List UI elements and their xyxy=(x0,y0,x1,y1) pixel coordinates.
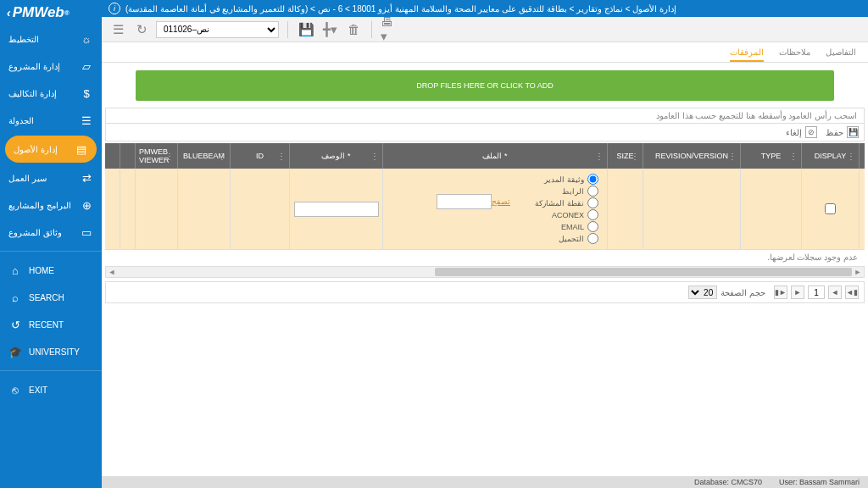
scroll-right-icon[interactable]: ► xyxy=(852,267,864,277)
pager-next[interactable]: ► xyxy=(791,286,804,299)
nav-scheduling[interactable]: الجدولة☰ xyxy=(0,107,102,134)
delete-icon[interactable]: 🗑 xyxy=(344,20,363,39)
save-small-icon: 💾 xyxy=(847,126,859,138)
file-source-radios: وثيقة المدير الرابط نقطة المشاركة ACONEX… xyxy=(387,172,604,246)
info-icon[interactable]: i xyxy=(108,3,120,14)
record-select[interactable]: نص–011026 xyxy=(156,21,279,38)
col-file[interactable]: الملف *⋮ xyxy=(383,143,608,169)
content: DROP FILES HERE OR CLICK TO ADD اسحب رأس… xyxy=(102,64,868,476)
exit-icon: ⎋ xyxy=(8,383,22,396)
user-label: User: xyxy=(779,478,798,486)
col-revision[interactable]: REVISION/VERSION⋮ xyxy=(643,143,741,169)
logo-text: PMWeb xyxy=(13,4,64,21)
flow-icon: ⇄ xyxy=(80,171,93,185)
lightbulb-icon: ☼ xyxy=(80,32,93,46)
grid-save-button[interactable]: 💾حفظ xyxy=(826,126,859,138)
list-icon[interactable]: ☰ xyxy=(108,20,127,39)
nav-asset-mgmt[interactable]: إدارة الأصول▤ xyxy=(5,136,97,163)
print-icon[interactable]: 🖶▾ xyxy=(381,20,399,39)
header-bar: إدارة الأصول > نماذج وتقارير > بطاقة للت… xyxy=(102,0,868,17)
breadcrumb: إدارة الأصول > نماذج وتقارير > بطاقة للت… xyxy=(125,4,676,14)
radio-download[interactable]: التحميل xyxy=(559,233,598,244)
pager-size-label: حجم الصفحة xyxy=(721,288,765,297)
nav-cost-mgmt[interactable]: إدارة التكاليف$ xyxy=(0,80,102,107)
pager-prev[interactable]: ◄ xyxy=(828,286,842,299)
nav-workflow[interactable]: سير العمل⇄ xyxy=(0,164,102,191)
user-value: Bassam Sammari xyxy=(799,478,860,486)
tab-attachments[interactable]: المرفقات xyxy=(730,42,764,62)
history-icon: ↺ xyxy=(8,318,22,331)
nav-home[interactable]: ⌂HOME xyxy=(0,257,102,284)
home-icon: ⌂ xyxy=(8,263,22,277)
refresh-icon[interactable]: ↻ xyxy=(132,20,151,39)
tab-details[interactable]: التفاصيل xyxy=(826,42,856,62)
add-icon[interactable]: ╋▾ xyxy=(320,20,339,39)
radio-sharepoint[interactable]: نقطة المشاركة xyxy=(535,197,598,208)
pager-first[interactable]: ▮◄ xyxy=(845,286,859,299)
horizontal-scroll[interactable]: ◄ ► xyxy=(105,266,865,278)
tab-notes[interactable]: ملاحظات xyxy=(779,42,810,62)
nav-university[interactable]: 🎓UNIVERSITY xyxy=(0,338,102,365)
logo-reg: ® xyxy=(64,9,70,17)
radio-aconex[interactable]: ACONEX xyxy=(552,209,598,220)
grid-header: PMWEB VIEWER⋮ BLUEBEAM⋮ ID⋮ الوصف *⋮ الم… xyxy=(105,143,865,169)
col-type[interactable]: TYPE⋮ xyxy=(741,143,802,169)
sidebar: ‹ PMWeb ® التخطيط☼ إدارة المشروع▱ إدارة … xyxy=(0,0,102,488)
pager-last[interactable]: ►▮ xyxy=(774,286,787,299)
nav-exit[interactable]: ⎋EXIT xyxy=(0,376,102,403)
attachments-grid: PMWEB VIEWER⋮ BLUEBEAM⋮ ID⋮ الوصف *⋮ الم… xyxy=(105,143,865,250)
radio-email[interactable]: EMAIL xyxy=(561,221,598,232)
nav-recent[interactable]: ↺RECENT xyxy=(0,311,102,338)
grid-action-bar: 💾حفظ ⊘إلغاء xyxy=(105,124,865,141)
toolbar: ☰ ↻ نص–011026 💾 ╋▾ 🗑 🖶▾ xyxy=(102,17,868,42)
nav-programs[interactable]: البرامج والمشاريع⊕ xyxy=(0,191,102,219)
browse-link[interactable]: تصفح xyxy=(492,197,510,206)
col-expand[interactable] xyxy=(120,143,136,169)
nav-planning[interactable]: التخطيط☼ xyxy=(0,25,102,53)
pager: ▮◄ ◄ ► ►▮ حجم الصفحة 20 xyxy=(105,281,865,303)
save-icon[interactable]: 💾 xyxy=(297,20,315,39)
radio-link[interactable]: الرابط xyxy=(562,186,598,197)
graduation-icon: 🎓 xyxy=(8,345,22,358)
briefcase-icon: ▭ xyxy=(80,225,93,239)
dollar-icon: $ xyxy=(80,86,93,100)
globe-icon: ⊕ xyxy=(80,198,93,212)
no-records-label: عدم وجود سجلات لعرضها. xyxy=(105,250,865,264)
pager-page-input[interactable] xyxy=(808,286,825,299)
col-select[interactable] xyxy=(105,143,120,169)
tabs: التفاصيل ملاحظات المرفقات xyxy=(102,42,868,63)
document-icon: ▱ xyxy=(80,59,93,73)
group-by-bar[interactable]: اسحب رأس العامود وأسقطه هنا للتجميع حسب … xyxy=(105,108,865,124)
nav-documents[interactable]: وثائق المشروع▭ xyxy=(0,219,102,246)
scroll-thumb[interactable] xyxy=(435,268,852,276)
db-value: CMCS70 xyxy=(731,478,762,486)
description-input[interactable] xyxy=(294,202,379,217)
nav-search[interactable]: ⌕SEARCH xyxy=(0,284,102,311)
db-label: Database: xyxy=(694,478,729,486)
pager-size-select[interactable]: 20 xyxy=(688,286,717,299)
col-size[interactable]: SIZE⋮ xyxy=(608,143,643,169)
bars-icon: ☰ xyxy=(80,114,93,127)
search-icon: ⌕ xyxy=(8,291,22,304)
col-display[interactable]: DISPLAY⋮ xyxy=(802,143,860,169)
file-dropzone[interactable]: DROP FILES HERE OR CLICK TO ADD xyxy=(136,70,834,101)
collapse-chevron-icon[interactable]: ‹ xyxy=(7,6,11,19)
scroll-left-icon[interactable]: ◄ xyxy=(106,267,118,277)
logo: ‹ PMWeb ® xyxy=(0,0,102,25)
col-description[interactable]: الوصف *⋮ xyxy=(290,143,383,169)
footer-bar: Database: CMCS70 User: Bassam Sammari xyxy=(102,476,868,488)
radio-doc-mgr[interactable]: وثيقة المدير xyxy=(544,174,598,185)
book-icon: ▤ xyxy=(75,142,88,156)
nav-project-mgmt[interactable]: إدارة المشروع▱ xyxy=(0,53,102,80)
col-bluebeam[interactable]: BLUEBEAM⋮ xyxy=(178,143,231,169)
filter-row: وثيقة المدير الرابط نقطة المشاركة ACONEX… xyxy=(105,169,865,250)
col-id[interactable]: ID⋮ xyxy=(231,143,290,169)
col-pmweb-viewer[interactable]: PMWEB VIEWER⋮ xyxy=(136,143,178,169)
cancel-small-icon: ⊘ xyxy=(805,126,817,138)
display-checkbox[interactable] xyxy=(825,203,836,214)
file-path-input[interactable] xyxy=(437,194,492,209)
grid-cancel-button[interactable]: ⊘إلغاء xyxy=(786,126,817,138)
